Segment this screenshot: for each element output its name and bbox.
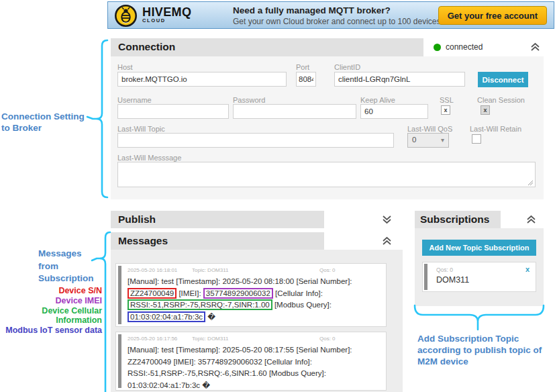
clientid-input[interactable] [334, 72, 465, 87]
message-timestamp: 2025-05-20 16:17:56 [128, 336, 177, 342]
add-subscription-note: Add Subscription Topic according to publ… [417, 333, 552, 367]
lastwill-qos-value: 0 [412, 136, 416, 144]
device-imei: 357748929006032 [198, 358, 262, 366]
subscription-topic: DOM311 [436, 275, 469, 285]
subscriptions-panel: Add New Topic Subscription Qos: 0 DOM311… [415, 228, 544, 306]
connection-brace [97, 40, 107, 197]
username-label: Username [117, 96, 152, 104]
messages-note-line: from [38, 260, 94, 273]
lastwill-qos-select[interactable]: 0 ▾ [407, 133, 449, 148]
ssl-label: SSL [440, 96, 454, 104]
message-meta: 2025-05-20 16:17:56 Topic: DOM311 Qos: 0 [128, 336, 382, 342]
host-input[interactable] [117, 72, 287, 87]
connection-collapse-icon[interactable] [530, 42, 540, 52]
status-label: connected [446, 42, 483, 52]
get-free-account-button[interactable]: Get your free account [438, 6, 547, 25]
modbus-data-highlight: 01:03:02:04:a1:7b:3c [128, 311, 205, 322]
device-serial: ZZ24700049 [128, 358, 171, 366]
cellular-label: [Cellular Info]: [275, 289, 323, 297]
device-data-legend: Device S/N Device IMEI Device Cellular I… [0, 286, 102, 336]
modbus-label: [Modbus Query]: [274, 301, 332, 309]
imei-label: [IMEI]: [173, 358, 195, 366]
subscription-leftbar [424, 264, 427, 290]
keepalive-input[interactable] [360, 104, 428, 119]
connection-title: Connection [118, 41, 175, 53]
subscriptions-header: Subscriptions [415, 211, 544, 228]
message-qos: Qos: 0 [319, 267, 336, 273]
port-input[interactable] [296, 72, 316, 87]
messages-note: Messages from Subscription [38, 248, 94, 285]
lastwill-topic-label: Last-Will Topic [117, 125, 165, 133]
ssl-checkbox[interactable]: x [441, 105, 450, 115]
connection-note: Connection Setting to Broker [1, 111, 95, 134]
message-card: 2025-05-20 16:18:01 Topic: DOM311 Qos: 0… [115, 263, 387, 327]
message-payload: [Manual]: test [Timestamp]: 2025-05-20 0… [128, 344, 381, 391]
modbus-data-label: Modbus IoT sensor data [0, 326, 102, 336]
payload-suffix: � [207, 313, 215, 321]
messages-title: Messages [118, 235, 168, 247]
message-card: 2025-05-20 16:17:56 Topic: DOM311 Qos: 0… [115, 332, 387, 391]
add-subscription-button[interactable]: Add New Topic Subscription [422, 240, 536, 256]
username-input[interactable] [117, 104, 229, 119]
subscriptions-header-right [501, 211, 544, 228]
hivemq-banner: HIVEMQ CLOUD Need a fully managed MQTT b… [107, 1, 554, 29]
message-topic: Topic: DOM311 [192, 267, 229, 273]
keepalive-label: Keep Alive [360, 96, 395, 104]
password-input[interactable] [233, 104, 356, 119]
lastwill-qos-label: Last-Will QoS [407, 125, 452, 133]
lastwill-retain-checkbox[interactable] [472, 134, 481, 144]
banner-subheadline: Get your own Cloud broker and connect up… [233, 16, 470, 27]
host-label: Host [117, 63, 133, 71]
publish-header: Publish [111, 211, 403, 228]
modbus-data: 01:03:02:04:a1:7b:3c [128, 381, 200, 389]
connection-panel: Connection connected Host Port ClientID … [111, 38, 544, 199]
lastwill-message-label: Last-Will Messsage [117, 154, 181, 162]
subscription-item: Qos: 0 DOM311 x [422, 262, 536, 292]
cellular-info: RSSI:-51,RSRP:-75,RSRQ:-6,SINR:1.60 [128, 369, 267, 377]
device-serial-highlight: ZZ24700049 [128, 288, 176, 299]
message-topic: Topic: DOM311 [192, 336, 229, 342]
message-payload: [Manual]: test [Timestamp]: 2025-05-20 0… [128, 276, 381, 323]
message-leftbar [118, 266, 121, 324]
messages-list: 2025-05-20 16:18:01 Topic: DOM311 Qos: 0… [111, 250, 403, 392]
messages-collapse-icon[interactable] [382, 236, 392, 246]
lastwill-topic-input[interactable] [117, 133, 394, 148]
subscriptions-title: Subscriptions [420, 213, 489, 226]
chevron-down-icon: ▾ [441, 136, 444, 144]
clientid-label: ClientID [334, 63, 360, 71]
connection-status: connected [434, 42, 483, 52]
publish-title: Publish [118, 213, 156, 226]
device-imei-highlight: 357748929006032 [203, 288, 273, 299]
connection-header: Connection connected [111, 38, 544, 56]
lastwill-retain-label: Last-Will Retain [470, 125, 521, 133]
payload-prefix: [Manual]: test [Timestamp]: 2025-05-20 0… [128, 277, 352, 285]
clean-session-checkbox[interactable]: x [481, 105, 490, 115]
cellular-info-highlight: RSSI:-51,RSRP:-75,RSRQ:-7,SINR:1.00 [128, 299, 272, 310]
subscriptions-collapse-icon[interactable] [526, 215, 536, 224]
imei-label: [IMEI]: [179, 289, 201, 297]
device-imei-label: Device IMEI [0, 296, 102, 306]
hivemq-wordmark: HIVEMQ CLOUD [142, 6, 191, 23]
banner-text: Need a fully managed MQTT broker? Get yo… [233, 5, 470, 27]
cellular-label: [Cellular Info]: [264, 358, 312, 366]
modbus-label: [Modbus Query]: [269, 369, 326, 377]
subscription-remove-button[interactable]: x [525, 265, 529, 273]
messages-note-line: Messages [38, 248, 94, 260]
status-dot-icon [434, 44, 441, 51]
message-qos: Qos: 0 [319, 336, 336, 342]
resize-grip-icon[interactable] [527, 180, 534, 186]
subscription-qos: Qos: 0 [436, 266, 453, 273]
payload-prefix: [Manual]: test [Timestamp]: 2025-05-20 0… [128, 346, 352, 354]
logo-subtext: CLOUD [142, 18, 191, 23]
message-timestamp: 2025-05-20 16:18:01 [128, 267, 177, 273]
messages-note-line: Subscription [38, 273, 94, 285]
subscriptions-brace [415, 305, 544, 330]
publish-expand-icon[interactable] [382, 215, 392, 224]
mqtt-web-client: HIVEMQ CLOUD Need a fully managed MQTT b… [0, 0, 555, 392]
clean-session-label: Clean Session [477, 96, 525, 104]
messages-header: Messages [111, 232, 403, 250]
logo-text: HIVEMQ [142, 6, 191, 18]
disconnect-button[interactable]: Disconnect [478, 72, 528, 87]
lastwill-message-textarea[interactable] [117, 162, 536, 187]
message-meta: 2025-05-20 16:18:01 Topic: DOM311 Qos: 0 [128, 267, 382, 273]
